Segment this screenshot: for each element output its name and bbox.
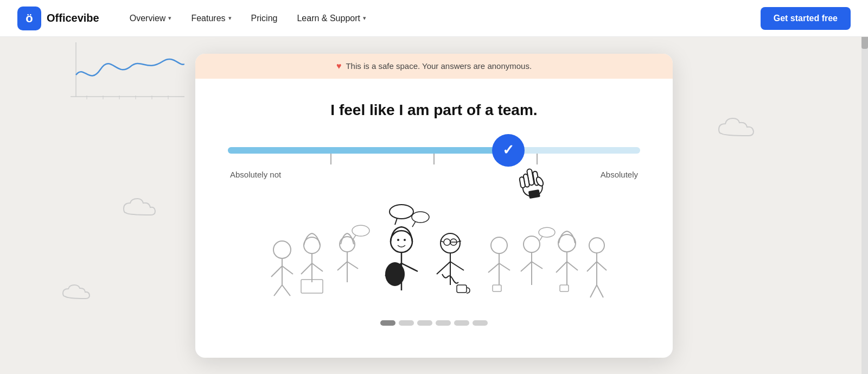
slider-fill bbox=[228, 147, 508, 154]
chevron-down-icon: ▾ bbox=[228, 15, 232, 22]
nav-features[interactable]: Features ▾ bbox=[182, 9, 240, 28]
svg-line-73 bbox=[590, 285, 597, 297]
heart-icon: ♥ bbox=[336, 61, 342, 71]
nav-items: Overview ▾ Features ▾ Pricing Learn & Su… bbox=[121, 9, 761, 28]
chevron-down-icon: ▾ bbox=[168, 15, 171, 22]
svg-line-17 bbox=[271, 266, 282, 277]
svg-line-60 bbox=[521, 262, 532, 271]
svg-point-53 bbox=[491, 237, 507, 253]
tick-mark bbox=[537, 154, 538, 164]
svg-point-38 bbox=[385, 262, 405, 286]
svg-line-50 bbox=[437, 262, 450, 274]
svg-line-28 bbox=[337, 262, 347, 270]
slider-label-right: Absolutely bbox=[601, 170, 638, 179]
tick-mark bbox=[330, 154, 331, 164]
svg-line-40 bbox=[395, 218, 397, 225]
tick-mark bbox=[433, 154, 435, 164]
logo-icon: ö bbox=[17, 7, 41, 30]
survey-question: I feel like I am part of a team. bbox=[330, 100, 537, 120]
svg-line-67 bbox=[567, 262, 578, 270]
nav-pricing[interactable]: Pricing bbox=[242, 9, 286, 28]
progress-dot-6 bbox=[473, 320, 488, 326]
svg-line-23 bbox=[301, 263, 312, 274]
svg-point-44 bbox=[444, 239, 450, 245]
slider-label-left: Absolutely not bbox=[230, 170, 281, 179]
slider-labels: Absolutely not Absolutely bbox=[228, 170, 640, 179]
nav-learn-support[interactable]: Learn & Support ▾ bbox=[288, 9, 375, 28]
svg-rect-52 bbox=[457, 285, 467, 293]
svg-line-51 bbox=[450, 262, 464, 270]
logo-text: Officevibe bbox=[47, 12, 99, 24]
svg-line-18 bbox=[282, 266, 293, 274]
svg-line-72 bbox=[597, 262, 607, 270]
svg-point-32 bbox=[391, 231, 412, 252]
modal-content: I feel like I am part of a team. ✓ bbox=[195, 79, 673, 342]
modal-overlay: ♥ This is a safe space. Your answers are… bbox=[0, 37, 868, 374]
progress-dot-3 bbox=[417, 320, 432, 326]
svg-point-41 bbox=[412, 212, 429, 223]
svg-line-20 bbox=[282, 285, 290, 296]
svg-point-34 bbox=[404, 239, 406, 241]
slider-track: ✓ bbox=[228, 147, 640, 154]
people-illustration bbox=[228, 195, 640, 315]
svg-point-58 bbox=[524, 236, 540, 252]
progress-dots bbox=[380, 320, 488, 326]
svg-rect-68 bbox=[560, 285, 569, 291]
page-background: ♥ This is a safe space. Your answers are… bbox=[0, 37, 868, 374]
svg-line-29 bbox=[347, 262, 358, 269]
safe-space-banner: ♥ This is a safe space. Your answers are… bbox=[195, 54, 673, 79]
logo[interactable]: ö Officevibe bbox=[17, 7, 99, 30]
svg-line-24 bbox=[312, 263, 323, 271]
svg-point-39 bbox=[390, 205, 413, 219]
progress-dot-4 bbox=[436, 320, 451, 326]
svg-rect-57 bbox=[493, 285, 501, 291]
nav-overview[interactable]: Overview ▾ bbox=[121, 9, 181, 28]
svg-line-74 bbox=[597, 285, 603, 297]
svg-point-69 bbox=[589, 238, 604, 253]
progress-dot-5 bbox=[454, 320, 469, 326]
survey-modal: ♥ This is a safe space. Your answers are… bbox=[195, 54, 673, 358]
svg-line-63 bbox=[540, 236, 542, 240]
svg-line-61 bbox=[532, 262, 542, 269]
svg-line-66 bbox=[556, 262, 567, 272]
svg-point-30 bbox=[352, 225, 369, 236]
safe-banner-text: This is a safe space. Your answers are a… bbox=[346, 61, 532, 71]
survey-slider[interactable]: ✓ bbox=[228, 147, 640, 179]
svg-point-62 bbox=[539, 227, 555, 237]
scrollbar[interactable] bbox=[861, 0, 868, 374]
progress-dot-2 bbox=[399, 320, 414, 326]
progress-dot-1 bbox=[380, 320, 395, 326]
chevron-down-icon: ▾ bbox=[363, 15, 366, 22]
svg-line-19 bbox=[274, 285, 282, 296]
checkmark-icon: ✓ bbox=[502, 142, 514, 159]
svg-line-31 bbox=[353, 235, 356, 240]
svg-point-33 bbox=[397, 239, 399, 241]
svg-point-15 bbox=[273, 241, 291, 258]
slider-thumb[interactable]: ✓ bbox=[492, 134, 525, 167]
svg-line-71 bbox=[587, 262, 597, 271]
navbar: ö Officevibe Overview ▾ Features ▾ Prici… bbox=[0, 0, 868, 37]
svg-line-42 bbox=[412, 221, 416, 227]
svg-line-55 bbox=[488, 263, 499, 272]
svg-line-56 bbox=[499, 263, 510, 270]
get-started-button[interactable]: Get started free bbox=[761, 7, 851, 30]
